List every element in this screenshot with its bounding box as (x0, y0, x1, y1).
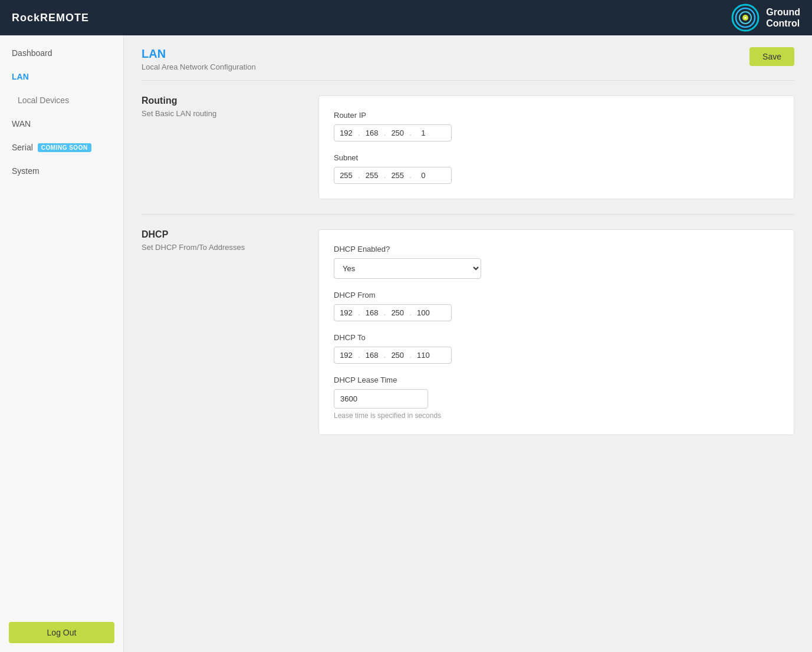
page-header: LAN Local Area Network Configuration Sav… (124, 35, 812, 80)
save-button[interactable]: Save (749, 47, 794, 66)
dhcp-title: DHCP (142, 229, 307, 240)
sidebar-item-label: System (12, 166, 40, 176)
sidebar: Dashboard LAN Local Devices WAN Serial C… (0, 35, 124, 652)
brand: GroundControl (731, 3, 800, 32)
dhcp-lease-hint: Lease time is specified in seconds (334, 411, 779, 420)
dhcp-from-group: DHCP From . . . (334, 291, 779, 321)
subnet-d[interactable] (412, 167, 435, 183)
dhcp-from-b[interactable] (360, 305, 384, 321)
sidebar-item-label: Local Devices (18, 96, 69, 105)
dhcp-lease-input[interactable] (334, 389, 428, 409)
subnet-c[interactable] (386, 167, 409, 183)
routing-title: Routing (142, 96, 307, 106)
sidebar-item-system[interactable]: System (0, 159, 123, 183)
subnet-group: Subnet . . . (334, 153, 779, 184)
sections: Routing Set Basic LAN routing Router IP … (124, 80, 812, 467)
subnet-b[interactable] (360, 167, 384, 183)
logout-button[interactable]: Log Out (9, 622, 114, 643)
logout-section: Log Out (0, 613, 123, 652)
sidebar-nav: Dashboard LAN Local Devices WAN Serial C… (0, 35, 123, 613)
page-subtitle: Local Area Network Configuration (142, 62, 256, 71)
dhcp-to-input: . . . (334, 347, 452, 364)
routing-section: Routing Set Basic LAN routing Router IP … (142, 80, 794, 214)
dhcp-to-d[interactable] (412, 347, 435, 363)
main-content: LAN Local Area Network Configuration Sav… (124, 35, 812, 652)
sidebar-item-label: Dashboard (12, 48, 52, 58)
gc-logo-icon (731, 3, 760, 32)
dhcp-section: DHCP Set DHCP From/To Addresses DHCP Ena… (142, 214, 794, 450)
dhcp-enabled-group: DHCP Enabled? Yes No (334, 245, 779, 279)
dhcp-to-b[interactable] (360, 347, 384, 363)
dhcp-card: DHCP Enabled? Yes No DHCP From . (318, 229, 794, 435)
routing-card: Router IP . . . Subnet (318, 96, 794, 199)
page-title: LAN (142, 47, 256, 61)
layout: Dashboard LAN Local Devices WAN Serial C… (0, 35, 812, 652)
svg-point-4 (744, 17, 747, 19)
router-ip-b[interactable] (360, 125, 384, 141)
sidebar-item-label: Serial (12, 143, 33, 152)
subnet-label: Subnet (334, 153, 779, 162)
dhcp-lease-label: DHCP Lease Time (334, 376, 779, 384)
page-title-group: LAN Local Area Network Configuration (142, 47, 256, 71)
dhcp-to-a[interactable] (334, 347, 358, 363)
routing-info: Routing Set Basic LAN routing (142, 96, 307, 199)
sidebar-item-local-devices[interactable]: Local Devices (0, 88, 123, 112)
dhcp-desc: Set DHCP From/To Addresses (142, 243, 307, 252)
dhcp-to-c[interactable] (386, 347, 409, 363)
router-ip-a[interactable] (334, 125, 358, 141)
app-logo: RockREMOTE (12, 12, 89, 24)
sidebar-item-dashboard[interactable]: Dashboard (0, 41, 123, 65)
routing-desc: Set Basic LAN routing (142, 109, 307, 118)
router-ip-group: Router IP . . . (334, 111, 779, 141)
dhcp-enabled-select[interactable]: Yes No (334, 258, 481, 279)
dhcp-from-a[interactable] (334, 305, 358, 321)
coming-soon-badge: COMING SOON (38, 143, 91, 152)
dhcp-from-d[interactable] (412, 305, 435, 321)
sidebar-item-label: LAN (12, 72, 29, 81)
sidebar-item-label: WAN (12, 119, 31, 129)
dhcp-from-label: DHCP From (334, 291, 779, 299)
router-ip-label: Router IP (334, 111, 779, 120)
dhcp-info: DHCP Set DHCP From/To Addresses (142, 229, 307, 435)
dhcp-to-label: DHCP To (334, 333, 779, 342)
dhcp-from-c[interactable] (386, 305, 409, 321)
router-ip-d[interactable] (412, 125, 435, 141)
router-ip-input: . . . (334, 124, 452, 141)
dhcp-to-group: DHCP To . . . (334, 333, 779, 364)
subnet-a[interactable] (334, 167, 358, 183)
header: RockREMOTE GroundControl (0, 0, 812, 35)
dhcp-lease-group: DHCP Lease Time Lease time is specified … (334, 376, 779, 420)
subnet-input: . . . (334, 167, 452, 184)
sidebar-item-serial[interactable]: Serial COMING SOON (0, 136, 123, 159)
sidebar-item-wan[interactable]: WAN (0, 112, 123, 136)
router-ip-c[interactable] (386, 125, 409, 141)
dhcp-enabled-label: DHCP Enabled? (334, 245, 779, 253)
dhcp-from-input: . . . (334, 304, 452, 321)
brand-name: GroundControl (766, 6, 800, 29)
sidebar-item-lan[interactable]: LAN (0, 65, 123, 88)
